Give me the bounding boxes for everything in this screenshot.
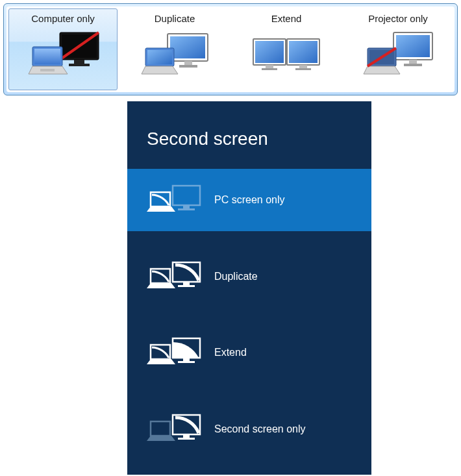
svg-rect-26 <box>409 60 417 64</box>
duplicate-icon <box>129 28 220 80</box>
svg-rect-17 <box>255 41 284 63</box>
svg-rect-11 <box>184 61 192 65</box>
svg-rect-25 <box>396 35 430 57</box>
svg-rect-8 <box>40 69 55 71</box>
svg-rect-21 <box>262 68 277 70</box>
win7-projection-bar: Computer only Duplicate <box>3 3 458 95</box>
svg-rect-32 <box>173 186 200 205</box>
win8-panel-title: Second screen <box>127 101 371 169</box>
pc-screen-only-icon <box>147 181 205 219</box>
win8-option-duplicate[interactable]: Duplicate <box>127 245 371 308</box>
svg-marker-41 <box>147 283 175 288</box>
projector-only-icon <box>353 28 443 80</box>
svg-rect-12 <box>179 65 197 68</box>
svg-rect-38 <box>183 282 190 285</box>
svg-rect-3 <box>69 64 90 66</box>
win8-option-extend[interactable]: Extend <box>127 322 371 384</box>
svg-marker-51 <box>147 436 175 441</box>
win7-option-extend[interactable]: Extend <box>232 8 341 90</box>
svg-rect-10 <box>170 36 205 58</box>
win7-option-duplicate[interactable]: Duplicate <box>120 8 229 90</box>
svg-rect-27 <box>404 64 422 66</box>
win8-item-label: Extend <box>214 347 247 358</box>
computer-only-icon <box>18 28 108 80</box>
win8-option-second-screen-only[interactable]: Second screen only <box>127 398 371 460</box>
win8-item-label: Duplicate <box>214 271 258 282</box>
svg-rect-19 <box>289 41 318 63</box>
svg-rect-44 <box>178 361 195 363</box>
svg-rect-6 <box>34 49 60 64</box>
svg-rect-43 <box>183 358 190 361</box>
svg-rect-20 <box>266 65 273 68</box>
duplicate-icon <box>147 257 205 296</box>
svg-marker-15 <box>142 66 178 74</box>
svg-rect-48 <box>183 434 190 438</box>
svg-rect-34 <box>178 208 195 210</box>
svg-rect-49 <box>178 438 195 440</box>
second-screen-only-icon <box>147 410 205 449</box>
svg-rect-22 <box>299 65 307 68</box>
svg-rect-2 <box>74 60 84 64</box>
extend-icon <box>147 333 205 372</box>
win8-option-pc-screen-only[interactable]: PC screen only <box>127 169 371 231</box>
win8-second-screen-panel: Second screen PC screen only <box>127 101 371 475</box>
svg-rect-33 <box>183 205 190 208</box>
svg-rect-39 <box>178 285 195 287</box>
win7-option-label: Extend <box>271 13 302 24</box>
svg-marker-46 <box>147 359 175 364</box>
svg-marker-30 <box>364 66 400 74</box>
win8-item-label: PC screen only <box>214 194 285 206</box>
win7-option-label: Duplicate <box>155 13 195 24</box>
svg-marker-36 <box>147 207 175 212</box>
win7-option-computer-only[interactable]: Computer only <box>8 8 118 90</box>
extend-icon <box>241 28 332 80</box>
win7-option-label: Computer only <box>31 13 95 24</box>
win8-item-label: Second screen only <box>214 423 306 435</box>
svg-rect-23 <box>295 68 311 70</box>
svg-rect-50 <box>151 421 170 436</box>
win7-option-label: Projector only <box>368 13 428 24</box>
win7-option-projector-only[interactable]: Projector only <box>343 8 453 90</box>
svg-rect-14 <box>147 50 172 64</box>
